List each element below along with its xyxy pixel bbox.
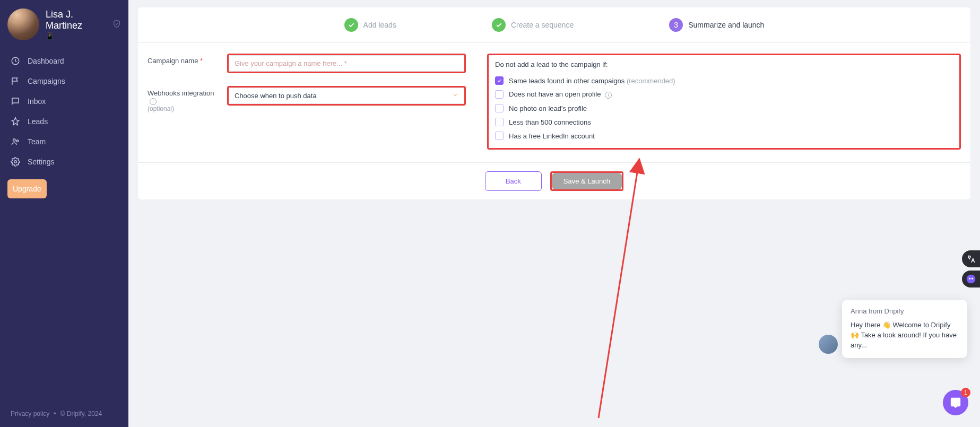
- chat-from: Anna from Dripify: [851, 307, 959, 315]
- message-icon: [11, 97, 20, 106]
- save-launch-highlight: Save & Launch: [550, 171, 623, 191]
- filter-item[interactable]: Less than 500 connections: [495, 115, 953, 129]
- flag-icon: [11, 76, 20, 86]
- step-add-leads[interactable]: Add leads: [344, 18, 396, 32]
- campaign-name-row: Campaign name *: [148, 54, 466, 73]
- profile-subtitle: 📱: [46, 32, 106, 40]
- nav-label: Leads: [28, 117, 48, 126]
- filter-item[interactable]: No photo on lead's profile: [495, 101, 953, 115]
- sidebar: Lisa J. Martinez 📱 Dashboard Campaigns I…: [0, 0, 128, 427]
- step-number: 3: [669, 18, 683, 32]
- nav-label: Campaigns: [28, 77, 65, 85]
- svg-point-6: [969, 278, 970, 280]
- profile-name: Lisa J. Martinez: [46, 9, 106, 31]
- campaign-name-highlight: [227, 54, 466, 73]
- checkbox-checked[interactable]: [495, 76, 504, 85]
- svg-line-4: [599, 165, 638, 418]
- nav-label: Dashboard: [28, 57, 64, 65]
- filter-item[interactable]: Same leads found in other campaigns (rec…: [495, 74, 953, 88]
- webhooks-row: Webhooks integrationi (optional) Choose …: [148, 86, 466, 112]
- checkbox[interactable]: [495, 118, 504, 126]
- checkbox[interactable]: [495, 90, 504, 99]
- info-icon[interactable]: i: [150, 98, 157, 105]
- chevron-down-icon: [452, 92, 458, 100]
- filter-item[interactable]: Has a free LinkedIn account: [495, 129, 953, 143]
- back-button[interactable]: Back: [485, 171, 542, 191]
- nav-label: Settings: [28, 158, 55, 166]
- campaign-name-input[interactable]: [229, 55, 464, 72]
- translate-button[interactable]: [962, 250, 980, 267]
- nav-team[interactable]: Team: [0, 132, 128, 152]
- nav: Dashboard Campaigns Inbox Leads Team Set…: [0, 49, 128, 403]
- nav-settings[interactable]: Settings: [0, 152, 128, 172]
- team-icon: [11, 137, 20, 146]
- copyright: © Dripify, 2024: [60, 410, 102, 417]
- svg-point-7: [972, 278, 973, 280]
- nav-label: Team: [28, 137, 46, 146]
- campaign-card: Add leads Create a sequence 3 Summarize …: [138, 7, 970, 199]
- notification-badge: 1: [961, 388, 970, 397]
- info-icon[interactable]: i: [605, 92, 612, 99]
- check-icon: [344, 18, 358, 32]
- assistant-button[interactable]: [962, 271, 980, 287]
- filters-highlight: Do not add a lead to the campaign if: Sa…: [487, 54, 961, 150]
- svg-point-2: [16, 140, 19, 142]
- footer: Privacy policy • © Dripify, 2024: [0, 403, 128, 427]
- filters-title: Do not add a lead to the campaign if:: [495, 60, 953, 68]
- svg-point-5: [967, 275, 976, 284]
- check-icon: [492, 18, 506, 32]
- stepper: Add leads Create a sequence 3 Summarize …: [138, 7, 970, 43]
- privacy-link[interactable]: Privacy policy: [11, 410, 49, 417]
- main: Add leads Create a sequence 3 Summarize …: [128, 0, 980, 427]
- upgrade-button[interactable]: Upgrade: [7, 179, 47, 198]
- step-summarize[interactable]: 3 Summarize and launch: [669, 18, 764, 32]
- nav-campaigns[interactable]: Campaigns: [0, 71, 128, 91]
- svg-point-3: [14, 161, 17, 163]
- nav-dashboard[interactable]: Dashboard: [0, 51, 128, 71]
- nav-leads[interactable]: Leads: [0, 111, 128, 132]
- nav-inbox[interactable]: Inbox: [0, 91, 128, 111]
- form-area: Campaign name * Webhooks integrationi (o…: [138, 43, 970, 162]
- filter-item[interactable]: Does not have an open profile i: [495, 88, 953, 101]
- checkbox[interactable]: [495, 132, 504, 140]
- webhooks-highlight: Choose when to push data: [227, 86, 466, 106]
- save-launch-button[interactable]: Save & Launch: [552, 173, 622, 189]
- webhooks-select[interactable]: Choose when to push data: [229, 88, 464, 104]
- clock-icon: [11, 56, 20, 66]
- intercom-launcher[interactable]: 1: [943, 390, 968, 415]
- shield-icon: [112, 20, 121, 30]
- profile-section: Lisa J. Martinez 📱: [0, 0, 128, 49]
- float-buttons: [962, 250, 980, 287]
- avatar[interactable]: [7, 8, 39, 40]
- actions-bar: Back Save & Launch: [138, 162, 970, 199]
- svg-point-1: [13, 139, 16, 142]
- chat-avatar: [819, 335, 838, 354]
- step-create-sequence[interactable]: Create a sequence: [492, 18, 574, 32]
- gear-icon: [11, 157, 20, 167]
- checkbox[interactable]: [495, 104, 504, 112]
- chat-popup[interactable]: Anna from Dripify Hey there 👋 Welcome to…: [842, 300, 967, 358]
- star-icon: [11, 117, 20, 126]
- chat-message: Hey there 👋 Welcome to Dripify 🙌 Take a …: [851, 320, 959, 351]
- nav-label: Inbox: [28, 97, 46, 106]
